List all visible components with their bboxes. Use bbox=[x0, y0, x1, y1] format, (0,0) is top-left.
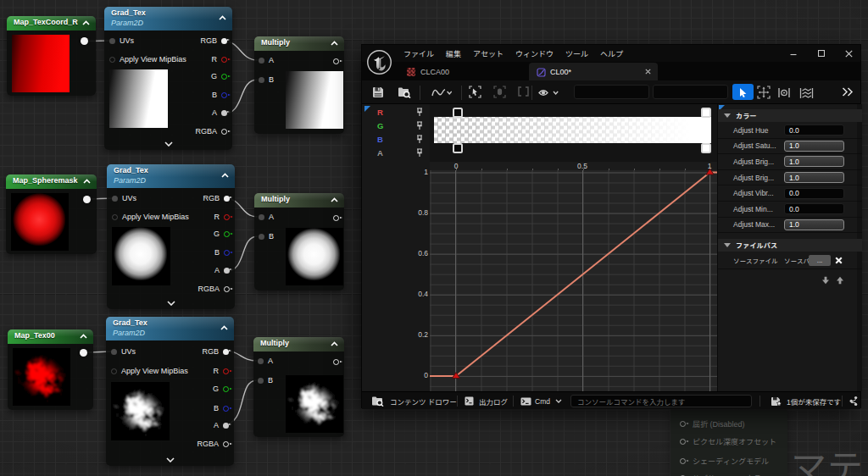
output-pin[interactable] bbox=[83, 196, 91, 203]
unsaved-indicator[interactable]: 1個が未保存です bbox=[771, 392, 841, 410]
output-pin-r[interactable]: R bbox=[208, 54, 228, 64]
node-multiply-2[interactable]: Multiply A B bbox=[254, 193, 344, 291]
input-pin-mipbias[interactable]: Apply View MipBias bbox=[111, 366, 192, 376]
expand-chevron-icon[interactable] bbox=[167, 301, 175, 306]
channel-row-b[interactable]: B bbox=[362, 132, 430, 146]
maximize-button[interactable] bbox=[807, 45, 835, 62]
gradient-stop-handle[interactable] bbox=[453, 108, 463, 118]
output-pin[interactable] bbox=[333, 56, 339, 66]
tab-cl00-active[interactable]: CL00* bbox=[529, 63, 658, 80]
multi-curve-icon[interactable] bbox=[799, 87, 814, 99]
output-pin-a[interactable]: A bbox=[210, 265, 230, 275]
expand-chevron-icon[interactable] bbox=[164, 141, 173, 147]
content-drawer-button[interactable]: コンテンツ ドロワー bbox=[371, 392, 457, 410]
node-multiply-1[interactable]: Multiply A B bbox=[254, 36, 344, 134]
menu-asset[interactable]: アセット bbox=[467, 48, 509, 59]
browse-file-button[interactable]: ... bbox=[809, 255, 831, 266]
clear-file-icon[interactable] bbox=[835, 257, 843, 264]
select-mode-button[interactable] bbox=[732, 84, 754, 100]
channel-row-a[interactable]: A bbox=[362, 146, 430, 159]
output-pin-rgba[interactable]: RGBA bbox=[192, 439, 229, 449]
node-map-tex00[interactable]: Map_Tex00 bbox=[8, 329, 93, 410]
output-pin-rgb[interactable]: RGB bbox=[196, 36, 227, 46]
output-pin-g[interactable]: G bbox=[209, 229, 230, 239]
value-input[interactable]: 1.0 bbox=[784, 156, 844, 167]
output-pin-b[interactable]: B bbox=[208, 90, 227, 100]
window-titlebar[interactable]: ファイル 編集 アセット ウィンドウ ツール ヘルプ bbox=[362, 45, 860, 62]
channel-row-r[interactable]: R bbox=[362, 105, 430, 119]
frame-tool-icon[interactable] bbox=[518, 86, 529, 97]
value-input[interactable]: 0.0 bbox=[784, 188, 844, 199]
collapse-chevron-icon[interactable] bbox=[220, 325, 228, 330]
output-pin-rgb[interactable]: RGB bbox=[198, 346, 229, 357]
output-log-button[interactable]: 出力ログ bbox=[465, 392, 508, 410]
overflow-chevrons-icon[interactable] bbox=[842, 87, 854, 97]
value-input[interactable]: 1.0 bbox=[784, 141, 844, 152]
input-pin-uvs[interactable]: UVs bbox=[111, 346, 140, 357]
value-input[interactable]: 1.0 bbox=[784, 172, 844, 183]
collapse-chevron-icon[interactable] bbox=[331, 41, 338, 46]
menu-window[interactable]: ウィンドウ bbox=[509, 48, 559, 59]
collapse-chevron-icon[interactable] bbox=[82, 20, 90, 25]
visibility-dropdown[interactable] bbox=[538, 88, 560, 97]
output-pin-b[interactable]: B bbox=[210, 247, 230, 257]
gradient-stop-handle[interactable] bbox=[701, 143, 711, 153]
close-button[interactable] bbox=[835, 45, 863, 62]
gradient-stop-handle[interactable] bbox=[453, 143, 463, 153]
section-filepath[interactable]: ファイルパス bbox=[718, 239, 862, 252]
output-pin-a[interactable]: A bbox=[209, 420, 229, 430]
collapse-chevron-icon[interactable] bbox=[221, 173, 229, 178]
pin-icon[interactable] bbox=[416, 108, 423, 117]
output-pin[interactable] bbox=[81, 37, 88, 45]
output-pin-rgba[interactable]: RGBA bbox=[191, 126, 227, 136]
menu-tools[interactable]: ツール bbox=[559, 48, 594, 59]
pin-icon[interactable] bbox=[416, 121, 423, 130]
input-pin-a[interactable]: A bbox=[259, 212, 278, 222]
collapse-chevron-icon[interactable] bbox=[219, 15, 226, 20]
import-down-icon[interactable] bbox=[821, 276, 830, 285]
input-pin-mipbias[interactable]: Apply View MipBias bbox=[109, 54, 191, 64]
collapse-chevron-icon[interactable] bbox=[83, 179, 91, 184]
tab-clca00[interactable]: CLCA00 bbox=[399, 63, 449, 80]
gradient-stop-handle[interactable] bbox=[701, 108, 711, 118]
output-pin[interactable] bbox=[80, 349, 87, 357]
menu-edit[interactable]: 編集 bbox=[440, 48, 467, 59]
input-pin-b[interactable]: B bbox=[259, 75, 278, 85]
value-input[interactable]: 1.0 bbox=[784, 219, 844, 230]
retime-tool-icon[interactable] bbox=[777, 87, 791, 98]
node-map-texcoord-r[interactable]: Map_TexCoord_R bbox=[7, 16, 96, 96]
console-command-input[interactable]: コンソールコマンドを入力します bbox=[570, 395, 752, 407]
output-pin-r[interactable]: R bbox=[210, 212, 231, 222]
collapse-chevron-icon[interactable] bbox=[331, 341, 338, 346]
pin-icon[interactable] bbox=[416, 135, 423, 144]
curve-graph[interactable] bbox=[430, 170, 717, 391]
node-map-spheremask[interactable]: Map_Spheremask bbox=[6, 174, 97, 254]
input-pin-a[interactable]: A bbox=[259, 55, 278, 65]
output-pin-r[interactable]: R bbox=[209, 366, 230, 376]
node-grad-tex-2[interactable]: Grad_Tex Param2D UVs Apply View MipBias … bbox=[107, 164, 235, 309]
pin-icon[interactable] bbox=[416, 148, 423, 158]
value-input[interactable]: 0.0 bbox=[784, 203, 844, 214]
value-input[interactable]: 0.0 bbox=[784, 125, 844, 136]
menu-file[interactable]: ファイル bbox=[398, 48, 440, 59]
input-pin-b[interactable]: B bbox=[258, 375, 277, 385]
input-pin-uvs[interactable]: UVs bbox=[112, 193, 141, 203]
export-up-icon[interactable] bbox=[836, 276, 844, 285]
output-pin-rgb[interactable]: RGB bbox=[198, 193, 230, 203]
section-collapse-icon[interactable] bbox=[724, 113, 731, 118]
output-pin-b[interactable]: B bbox=[209, 403, 229, 413]
input-pin-mipbias[interactable]: Apply View MipBias bbox=[112, 212, 193, 222]
gradient-strip[interactable] bbox=[434, 117, 711, 143]
output-pin[interactable] bbox=[333, 357, 339, 367]
select-tool-icon[interactable] bbox=[469, 86, 481, 98]
input-pin-b[interactable]: B bbox=[259, 231, 278, 241]
cmd-dropdown[interactable]: Cmd bbox=[520, 392, 562, 410]
section-color[interactable]: カラー bbox=[718, 109, 862, 122]
minimize-button[interactable] bbox=[779, 45, 807, 62]
node-multiply-3[interactable]: Multiply A B bbox=[253, 337, 344, 437]
transform-tool-icon[interactable] bbox=[757, 86, 771, 99]
pivot-tool-icon[interactable] bbox=[493, 86, 506, 98]
expand-chevron-icon[interactable] bbox=[166, 457, 175, 462]
menu-help[interactable]: ヘルプ bbox=[594, 48, 629, 59]
output-pin-rgba[interactable]: RGBA bbox=[193, 284, 230, 294]
